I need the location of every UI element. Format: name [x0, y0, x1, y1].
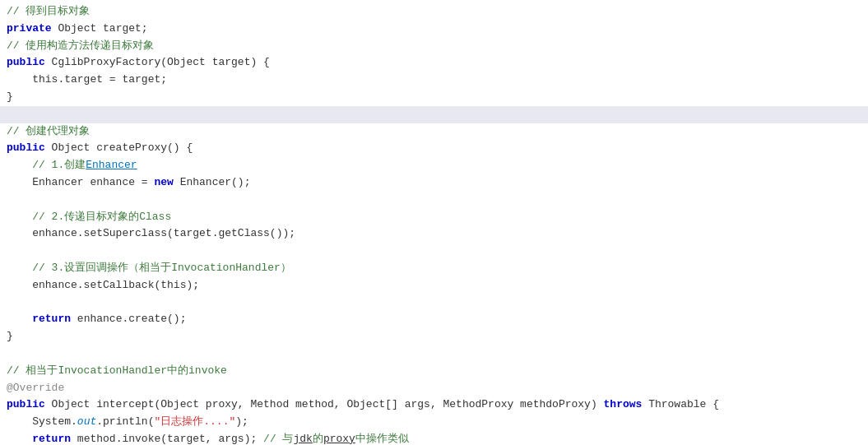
code-line	[0, 294, 868, 312]
code-token: private	[7, 21, 58, 38]
code-line: // 相当于InvocationHandler中的invoke	[0, 363, 868, 380]
code-token: Object createProxy() {	[52, 140, 193, 157]
code-line	[0, 345, 868, 363]
code-token: return	[32, 311, 77, 328]
code-token: jdk	[293, 431, 312, 445]
code-token: enhance.setSuperclass(target.getClass())…	[7, 225, 295, 243]
code-token: public	[7, 396, 52, 414]
code-line: return method.invoke(target, args); // 与…	[0, 431, 868, 445]
code-token: .println(	[96, 414, 154, 431]
code-token: );	[235, 414, 248, 431]
code-line: enhance.setSuperclass(target.getClass())…	[0, 225, 868, 243]
code-token: proxy	[323, 431, 355, 445]
code-line: enhance.setCallback(this);	[0, 277, 868, 294]
code-line: public Object createProxy() {	[0, 140, 868, 157]
code-token: System.	[7, 414, 77, 431]
code-token: "日志操作...."	[154, 414, 235, 431]
code-token: throws	[604, 396, 643, 414]
code-token: // 使用构造方法传递目标对象	[7, 38, 154, 55]
code-line: }	[0, 328, 868, 345]
code-token: out	[77, 414, 96, 431]
code-token: this.target = target;	[7, 72, 167, 89]
code-token: }	[7, 328, 13, 345]
code-line: }	[0, 89, 868, 106]
code-line: @Override	[0, 380, 868, 397]
code-token: Throwable {	[642, 396, 719, 414]
code-line: this.target = target;	[0, 72, 868, 89]
code-token: Enhancer	[86, 157, 137, 174]
code-token: enhance.create();	[77, 311, 187, 328]
code-token: // 相当于InvocationHandler中的invoke	[7, 363, 227, 380]
code-token: @Override	[7, 380, 64, 397]
code-line: // 1.创建Enhancer	[0, 157, 868, 174]
code-token: Object intercept(Object proxy, Method me…	[52, 396, 604, 414]
code-token: // 3.设置回调操作（相当于InvocationHandler）	[7, 260, 291, 277]
code-token: // 创建代理对象	[7, 123, 90, 141]
code-token: Enhancer();	[180, 174, 251, 192]
code-line	[0, 106, 868, 123]
code-line: System.out.println("日志操作....");	[0, 414, 868, 431]
code-token: // 2.传递目标对象的Class	[7, 209, 171, 226]
code-line: public Object intercept(Object proxy, Me…	[0, 396, 868, 414]
code-token: new	[154, 174, 179, 192]
code-token: // 1.创建	[7, 157, 86, 174]
code-line: Enhancer enhance = new Enhancer();	[0, 174, 868, 192]
code-line: private Object target;	[0, 21, 868, 38]
code-line: // 2.传递目标对象的Class	[0, 209, 868, 226]
code-token: // 得到目标对象	[7, 3, 90, 21]
code-token: 的	[313, 431, 323, 445]
code-token: return	[32, 431, 77, 445]
code-token: method.invoke(target, args);	[77, 431, 263, 445]
code-line: // 创建代理对象	[0, 123, 868, 141]
code-line: public CglibProxyFactory(Object target) …	[0, 54, 868, 72]
code-line: // 使用构造方法传递目标对象	[0, 38, 868, 55]
code-token: // 与	[263, 431, 293, 445]
code-token: }	[7, 89, 13, 106]
code-token: Object target;	[58, 21, 147, 38]
code-token: CglibProxyFactory(Object target) {	[52, 54, 270, 72]
code-token: public	[7, 54, 52, 72]
code-token	[7, 311, 32, 328]
code-editor: // 得到目标对象private Object target;// 使用构造方法…	[0, 0, 868, 445]
code-line	[0, 192, 868, 209]
code-token: public	[7, 140, 52, 157]
code-token: enhance.setCallback(this);	[7, 277, 199, 294]
code-token	[7, 431, 32, 445]
code-token: Enhancer enhance =	[7, 174, 154, 192]
code-line: // 3.设置回调操作（相当于InvocationHandler）	[0, 260, 868, 277]
code-line: // 得到目标对象	[0, 3, 868, 21]
code-line	[0, 243, 868, 260]
code-token: 中操作类似	[355, 431, 409, 445]
code-line: return enhance.create();	[0, 311, 868, 328]
